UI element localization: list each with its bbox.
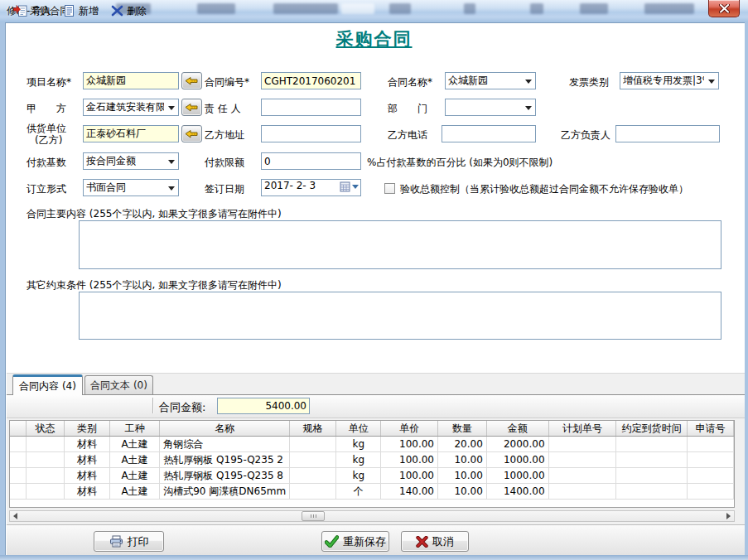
main-content-textarea[interactable] [79,220,721,269]
table-cell[interactable] [26,452,65,468]
table-cell[interactable]: 材料 [65,437,109,452]
scrollbar-thumb[interactable] [302,511,325,521]
table-cell[interactable] [616,468,687,484]
cancel-button[interactable]: 取消 [401,531,469,552]
table-cell[interactable]: 1000.00 [486,468,548,484]
table-cell[interactable] [10,468,26,484]
table-row[interactable]: 材料A土建沟槽式90 阃渫稹DN65mm个140.0010.001400.00 [10,484,734,500]
contract-name-select[interactable]: 众城新园 [445,72,536,89]
column-header[interactable]: 申请号 [687,421,733,437]
column-header[interactable]: 计划单号 [548,421,616,437]
party-b-phone-input[interactable] [442,125,536,142]
add-row-button[interactable]: 新增 [60,2,102,20]
column-header[interactable] [10,421,26,437]
table-cell[interactable] [687,452,733,468]
duty-person-input[interactable] [261,99,361,116]
table-cell[interactable] [616,437,687,452]
table-cell[interactable]: 材料 [65,468,109,484]
table-cell[interactable]: 10.00 [438,452,487,468]
column-header[interactable]: 数量 [438,421,487,437]
tab-contract-items[interactable]: 合同内容 (4) [12,374,83,395]
contract-form-select[interactable]: 书面合同 [83,179,179,196]
table-cell[interactable]: 沟槽式90 阃渫稹DN65mm [160,484,290,500]
table-cell[interactable] [26,437,65,452]
date-picker-button[interactable] [340,181,359,192]
table-cell[interactable] [10,437,26,452]
table-cell[interactable] [290,437,336,452]
table-cell[interactable]: 140.00 [381,484,438,500]
column-header[interactable]: 类别 [65,421,109,437]
table-cell[interactable] [290,452,336,468]
horizontal-scrollbar[interactable] [9,510,735,522]
department-select[interactable] [445,99,536,116]
print-button[interactable]: 打印 [94,531,164,552]
close-button[interactable] [708,0,740,17]
save-button[interactable]: 重新保存 [321,531,389,552]
column-header[interactable]: 名称 [160,421,290,437]
column-header[interactable]: 状态 [26,421,65,437]
contract-amount-value[interactable] [217,398,310,414]
table-cell[interactable]: 热轧厚钢板 Q195-Q235 2 [160,452,290,468]
table-cell[interactable]: 20.00 [438,437,487,452]
table-row[interactable]: 材料A土建角钢综合kg100.0020.002000.00 [10,437,734,452]
party-a-picker-button[interactable] [181,99,202,116]
table-cell[interactable]: A土建 [109,452,159,468]
table-cell[interactable]: kg [336,468,381,484]
party-b-manager-input[interactable] [615,125,720,142]
table-cell[interactable]: 1400.00 [486,484,548,500]
table-cell[interactable] [10,452,26,468]
table-cell[interactable]: 材料 [65,484,109,500]
table-cell[interactable] [548,468,616,484]
party-b-address-input[interactable] [261,125,361,142]
column-header[interactable]: 单价 [381,421,438,437]
column-header[interactable]: 单位 [336,421,381,437]
table-cell[interactable]: kg [336,437,381,452]
column-header[interactable]: 约定到货时间 [616,421,687,437]
project-name-input[interactable] [83,72,179,89]
table-cell[interactable]: 100.00 [381,452,438,468]
table-cell[interactable]: A土建 [109,484,159,500]
table-cell[interactable]: 100.00 [381,437,438,452]
table-cell[interactable]: 10.00 [438,468,487,484]
table-cell[interactable]: 材料 [65,452,109,468]
table-cell[interactable]: 1000.00 [486,452,548,468]
column-header[interactable]: 金额 [486,421,548,437]
party-a-select[interactable]: 金石建筑安装有限公司 [83,99,179,116]
table-row[interactable]: 材料A土建热轧厚钢板 Q195-Q235 8kg100.0010.001000.… [10,468,734,484]
scroll-right-button[interactable] [723,511,734,521]
table-row[interactable]: 材料A土建热轧厚钢板 Q195-Q235 2kg100.0010.001000.… [10,452,734,468]
sign-date-input[interactable]: 2017- 2- 3 [261,179,361,196]
table-cell[interactable] [548,452,616,468]
project-picker-button[interactable] [181,72,202,89]
payment-base-select[interactable]: 按合同金额 [83,152,179,170]
acceptance-control-checkbox[interactable] [384,183,395,194]
table-cell[interactable]: 100.00 [381,468,438,484]
table-cell[interactable]: 热轧厚钢板 Q195-Q235 8 [160,468,290,484]
supplier-picker-button[interactable] [181,125,202,142]
tab-contract-text[interactable]: 合同文本 (0) [84,375,153,395]
column-header[interactable]: 工种 [109,421,159,437]
table-cell[interactable] [290,468,336,484]
table-cell[interactable]: kg [336,452,381,468]
contract-no-input[interactable] [261,72,361,89]
scroll-left-button[interactable] [10,511,21,521]
table-cell[interactable] [26,484,65,500]
table-cell[interactable] [548,484,616,500]
import-button[interactable]: 导入 [10,2,55,20]
supplier-input[interactable] [83,125,179,142]
invoice-type-select[interactable]: 增值税专用发票|3% [620,72,719,89]
table-cell[interactable] [687,437,733,452]
other-terms-textarea[interactable] [79,292,721,340]
table-cell[interactable]: 角钢综合 [160,437,290,452]
table-cell[interactable] [290,484,336,500]
table-cell[interactable] [616,484,687,500]
table-cell[interactable] [616,452,687,468]
payment-limit-input[interactable] [261,152,361,170]
table-cell[interactable] [687,484,733,500]
table-cell[interactable]: 2000.00 [486,437,548,452]
table-cell[interactable] [26,468,65,484]
table-cell[interactable]: A土建 [109,437,159,452]
table-cell[interactable]: 10.00 [438,484,487,500]
table-cell[interactable] [687,468,733,484]
table-cell[interactable]: A土建 [109,468,159,484]
